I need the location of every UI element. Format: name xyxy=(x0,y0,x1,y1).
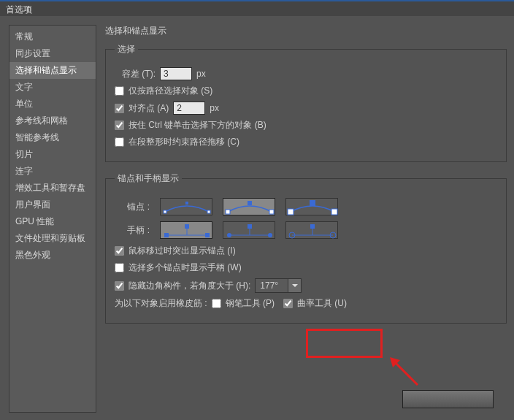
sidebar-item-1[interactable]: 同步设置 xyxy=(9,45,96,62)
svg-rect-3 xyxy=(226,210,230,214)
sidebar: 常规同步设置选择和锚点显示文字单位参考线和网格智能参考线切片连字增效工具和暂存盘… xyxy=(9,25,96,413)
cb-ctrl-under-label: 按住 Ctrl 键单击选择下方的对象 (B) xyxy=(128,119,266,131)
anchor-style-1[interactable] xyxy=(160,198,212,215)
sidebar-item-11[interactable]: GPU 性能 xyxy=(9,213,96,230)
cb-multi-handles[interactable] xyxy=(115,263,124,272)
cb-snap[interactable] xyxy=(115,104,124,113)
snap-input[interactable] xyxy=(173,102,205,115)
anchor-legend: 锚点和手柄显示 xyxy=(115,172,182,185)
cb-curv-tool[interactable] xyxy=(283,299,293,308)
angle-value: 177° xyxy=(256,280,288,291)
svg-rect-6 xyxy=(288,209,294,215)
annotation-arrow-icon xyxy=(390,357,419,386)
chevron-down-icon[interactable] xyxy=(288,279,301,292)
window-title-bar: 首选项 xyxy=(0,0,514,16)
svg-rect-7 xyxy=(310,200,315,206)
anchor-group: 锚点和手柄显示 锚点 : 手柄 : xyxy=(105,172,507,324)
sidebar-item-7[interactable]: 切片 xyxy=(9,146,96,163)
svg-rect-5 xyxy=(269,210,274,214)
sidebar-item-8[interactable]: 连字 xyxy=(9,163,96,180)
cb-highlight-label: 鼠标移过时突出显示锚点 (I) xyxy=(128,245,236,257)
select-legend: 选择 xyxy=(115,43,138,56)
handle-style-3[interactable] xyxy=(285,221,338,239)
anchor-style-3[interactable] xyxy=(285,198,338,215)
dialog-body: 常规同步设置选择和锚点显示文字单位参考线和网格智能参考线切片连字增效工具和暂存盘… xyxy=(0,16,514,420)
cb-highlight[interactable] xyxy=(115,246,124,256)
tolerance-label: 容差 (T): xyxy=(122,68,156,80)
svg-rect-10 xyxy=(164,233,169,237)
dialog-button[interactable] xyxy=(402,390,494,408)
sidebar-item-12[interactable]: 文件处理和剪贴板 xyxy=(9,230,96,247)
sidebar-item-2[interactable]: 选择和锚点显示 xyxy=(9,62,96,79)
anchors-row-label: 锚点 : xyxy=(115,201,150,213)
cb-snap-label: 对齐点 (A) xyxy=(128,102,169,115)
svg-rect-2 xyxy=(207,210,210,213)
svg-rect-4 xyxy=(248,201,252,205)
anchor-style-2[interactable] xyxy=(223,198,275,215)
sidebar-item-4[interactable]: 单位 xyxy=(9,96,96,112)
cb-pen-tool[interactable] xyxy=(212,299,221,308)
sidebar-item-0[interactable]: 常规 xyxy=(9,28,96,45)
cb-path-only[interactable] xyxy=(115,86,124,96)
cb-curv-label: 曲率工具 (U) xyxy=(297,297,347,310)
page-title: 选择和锚点显示 xyxy=(105,25,507,37)
sidebar-item-9[interactable]: 增效工具和暂存盘 xyxy=(9,180,96,196)
cb-constrain-label: 在段整形时约束路径拖移 (C) xyxy=(128,136,239,148)
cb-constrain[interactable] xyxy=(115,137,124,147)
window-title: 首选项 xyxy=(6,4,32,15)
angle-combo[interactable]: 177° xyxy=(255,278,302,293)
cb-ctrl-under[interactable] xyxy=(115,121,124,130)
svg-point-15 xyxy=(227,233,231,237)
svg-rect-1 xyxy=(185,202,188,205)
tolerance-input[interactable] xyxy=(160,67,192,80)
cb-hide-corner[interactable] xyxy=(115,281,124,291)
annotation-highlight-box xyxy=(306,329,383,358)
svg-rect-13 xyxy=(205,233,210,237)
svg-line-24 xyxy=(394,362,418,385)
svg-rect-8 xyxy=(331,209,337,215)
select-group: 选择 容差 (T): px 仅按路径选择对象 (S) 对齐点 (A) px 按住… xyxy=(105,43,507,162)
sidebar-item-13[interactable]: 黑色外观 xyxy=(9,247,96,264)
handle-style-2[interactable] xyxy=(223,221,275,239)
tolerance-unit: px xyxy=(196,69,206,79)
sidebar-item-6[interactable]: 智能参考线 xyxy=(9,129,96,146)
content-pane: 选择和锚点显示 选择 容差 (T): px 仅按路径选择对象 (S) 对齐点 (… xyxy=(105,25,507,413)
svg-point-18 xyxy=(268,233,272,237)
cb-path-only-label: 仅按路径选择对象 (S) xyxy=(128,85,212,97)
snap-unit: px xyxy=(210,103,219,113)
handle-style-1[interactable] xyxy=(160,221,212,239)
cb-multi-handles-label: 选择多个锚点时显示手柄 (W) xyxy=(128,261,242,274)
sidebar-item-5[interactable]: 参考线和网格 xyxy=(9,112,96,129)
handles-row-label: 手柄 : xyxy=(115,224,150,237)
svg-rect-0 xyxy=(164,210,166,213)
sidebar-item-10[interactable]: 用户界面 xyxy=(9,196,96,213)
sidebar-item-3[interactable]: 文字 xyxy=(9,79,96,96)
cb-hide-corner-label: 隐藏边角构件，若角度大于 (H): xyxy=(128,280,250,292)
rubber-label: 为以下对象启用橡皮筋 : xyxy=(115,297,207,310)
cb-pen-label: 钢笔工具 (P) xyxy=(226,297,275,310)
